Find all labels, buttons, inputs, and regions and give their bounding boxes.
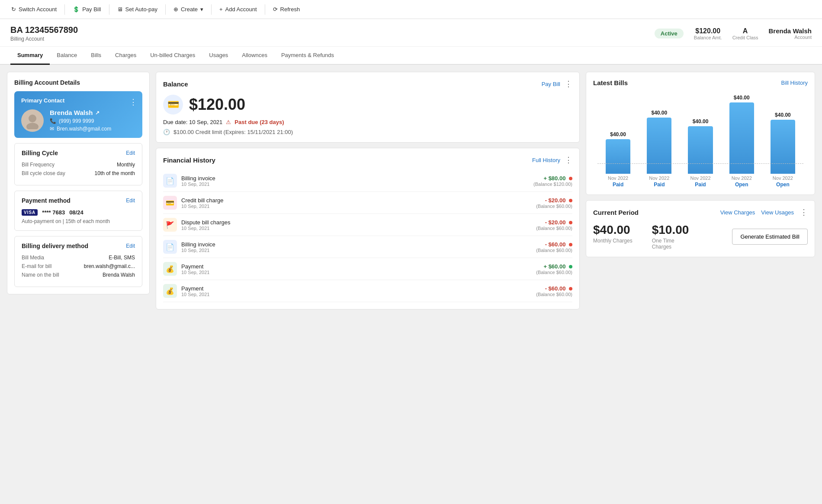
bill-history-link[interactable]: Bill History	[781, 80, 808, 86]
fh-desc: Billing invoice 10 Sep, 2021	[181, 175, 529, 187]
fh-date: 10 Sep, 2021	[181, 182, 529, 187]
bar-status: Open	[776, 182, 790, 188]
cp-menu-button[interactable]: ⋮	[800, 207, 808, 217]
contact-email: ✉ Bren.walsh@gmail.com	[50, 126, 111, 132]
tab-charges[interactable]: Charges	[108, 47, 143, 65]
due-date-row: Due date: 10 Sep, 2021 ⚠ Past due (23 da…	[163, 119, 572, 125]
generate-estimated-bill-button[interactable]: Generate Estimated Bill	[732, 229, 808, 245]
account-type: Billing Account	[10, 36, 78, 42]
current-period-card: Current Period View Charges View Usages …	[586, 200, 815, 257]
balance-header-actions: Pay Bill ⋮	[542, 79, 572, 89]
tab-usages[interactable]: Usages	[202, 47, 235, 65]
avatar-image	[24, 112, 41, 129]
credit-class-block: A Credit Class	[732, 27, 758, 40]
email-icon: ✉	[50, 126, 54, 132]
payment-method-edit[interactable]: Edit	[126, 198, 135, 204]
pay-bill-link[interactable]: Pay Bill	[542, 81, 560, 87]
left-column: Billing Account Details ⋮ Primary Contac…	[7, 72, 150, 501]
fh-header: Financial History Full History ⋮	[163, 155, 572, 165]
credit-class-label: Credit Class	[732, 35, 758, 40]
add-account-button[interactable]: + Add Account	[215, 3, 261, 15]
fh-balance: (Balance $60.00)	[536, 248, 572, 253]
fh-amount: + $80.00	[533, 175, 572, 182]
due-date-text: Due date: 10 Sep, 2021	[163, 119, 222, 125]
switch-account-button[interactable]: ↻ Switch Account	[7, 3, 61, 15]
sep2	[109, 4, 109, 15]
bill-email-label: E-mail for bill	[22, 263, 51, 269]
fh-type-icon: 🚩	[163, 218, 177, 232]
chevron-down-icon: ▾	[200, 6, 203, 13]
create-button[interactable]: ⊕ Create ▾	[169, 3, 208, 15]
clock-icon: 🕐	[163, 129, 170, 135]
contact-name: Brenda Walsh ↗	[50, 109, 111, 116]
fh-desc: Payment 10 Sep, 2021	[181, 285, 532, 297]
fh-menu-button[interactable]: ⋮	[565, 155, 572, 165]
list-item: 🚩 Dispute bill charges 10 Sep, 2021 - $2…	[163, 214, 572, 236]
sep3	[165, 4, 166, 15]
fh-desc: Payment 10 Sep, 2021	[181, 263, 532, 275]
billing-delivery-header: Billing delivery method Edit	[22, 242, 135, 249]
list-item: 💰 Payment 10 Sep, 2021 + $60.00 (Balance…	[163, 258, 572, 280]
fh-date: 10 Sep, 2021	[181, 292, 532, 297]
billing-cycle-edit[interactable]: Edit	[126, 150, 135, 156]
bar	[606, 139, 630, 174]
tab-balance[interactable]: Balance	[50, 47, 84, 65]
billing-cycle-section: Billing Cycle Edit Bill Frequency Monthl…	[14, 143, 142, 185]
payment-method-header: Payment method Edit	[22, 197, 135, 204]
account-id: BA 12345567890	[10, 25, 78, 35]
view-usages-link[interactable]: View Usages	[761, 209, 794, 216]
billing-delivery-edit[interactable]: Edit	[126, 243, 135, 249]
credit-class-value: A	[732, 27, 758, 35]
tab-summary[interactable]: Summary	[10, 47, 50, 65]
cp-header: Current Period View Charges View Usages …	[593, 207, 808, 217]
fh-amount-col: - $60.00 (Balance $60.00)	[536, 285, 572, 297]
bar-group: $40.00 Nov 2022 Paid	[680, 118, 721, 188]
tab-payments[interactable]: Payments & Refunds	[274, 47, 341, 65]
fh-balance: (Balance $60.00)	[536, 204, 572, 209]
bill-name-value: Brenda Walsh	[103, 272, 135, 278]
tab-bar: Summary Balance Bills Charges Un-billed …	[0, 47, 822, 65]
balance-menu-button[interactable]: ⋮	[565, 79, 572, 89]
right-column: Latest Bills Bill History $40.00 Nov 202…	[586, 72, 815, 501]
refresh-button[interactable]: ⟳ Refresh	[269, 3, 305, 15]
fh-amount: - $20.00	[536, 219, 572, 226]
bill-name-label: Name on the bill	[22, 272, 59, 278]
bar	[771, 120, 795, 174]
balance-card: Balance Pay Bill ⋮ 💳 $120.00 Due date: 1…	[156, 72, 580, 143]
fh-type-icon: 💳	[163, 196, 177, 210]
warning-icon: ⚠	[226, 119, 231, 125]
svg-point-0	[29, 115, 36, 122]
fh-amount-col: - $20.00 (Balance $60.00)	[536, 219, 572, 231]
list-item: 💳 Credit bill charge 10 Sep, 2021 - $20.…	[163, 192, 572, 214]
pay-icon: 💲	[73, 6, 80, 13]
payment-method-title: Payment method	[22, 197, 71, 204]
credit-limit-row: 🕐 $100.00 Credit limit (Expires: 15/11/2…	[163, 129, 572, 135]
fh-name: Billing invoice	[181, 241, 532, 248]
pay-bill-button[interactable]: 💲 Pay Bill	[68, 3, 105, 15]
full-history-link[interactable]: Full History	[532, 157, 560, 163]
set-autopay-button[interactable]: 🖥 Set Auto-pay	[113, 3, 162, 15]
cp-header-links: View Charges View Usages ⋮	[720, 207, 808, 217]
fh-amount: - $20.00	[536, 197, 572, 204]
tab-allowances[interactable]: Allownces	[235, 47, 274, 65]
account-header: BA 12345567890 Billing Account Active $1…	[0, 19, 822, 47]
balance-amount-big: 💳 $120.00	[163, 95, 572, 115]
tab-unbilled[interactable]: Un-billed Charges	[143, 47, 202, 65]
chart-dashed-line	[597, 163, 803, 164]
sep4	[211, 4, 212, 15]
bar-group: $40.00 Nov 2022 Open	[721, 95, 762, 188]
tab-bills[interactable]: Bills	[84, 47, 108, 65]
switch-icon: ↻	[11, 6, 16, 13]
chart-area: $40.00 Nov 2022 Paid $40.00 Nov 2022 Pai…	[593, 93, 808, 188]
financial-history-card: Financial History Full History ⋮ 📄 Billi…	[156, 148, 580, 309]
fh-type-icon: 📄	[163, 174, 177, 188]
monthly-amount: $40.00	[593, 223, 635, 237]
middle-column: Balance Pay Bill ⋮ 💳 $120.00 Due date: 1…	[156, 72, 580, 501]
bar-period: Nov 2022	[773, 175, 793, 181]
fh-type-icon: 📄	[163, 240, 177, 254]
balance-big-value: $120.00	[189, 96, 245, 114]
view-charges-link[interactable]: View Charges	[720, 209, 755, 216]
account-header-right: Active $120.00 Balance Amt. A Credit Cla…	[655, 27, 812, 40]
media-value: E-Bill, SMS	[109, 255, 135, 261]
contact-menu-button[interactable]: ⋮	[129, 97, 137, 107]
